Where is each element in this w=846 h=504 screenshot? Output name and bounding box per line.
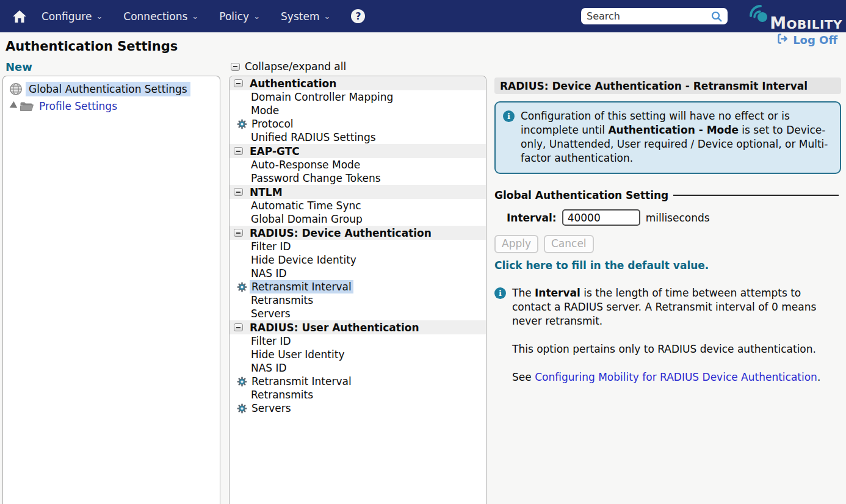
help-text: The Interval is the length of time betwe…	[512, 286, 841, 384]
nav-item-label: System	[281, 10, 319, 23]
collapse-icon[interactable]	[234, 229, 243, 237]
tree-item-label: Profile Settings	[39, 100, 117, 112]
collapse-icon[interactable]	[234, 79, 243, 87]
nav-item-policy[interactable]: Policy⌄	[219, 10, 260, 23]
setting-item-label: Hide Device Identity	[249, 253, 358, 267]
setting-item[interactable]: Retransmits	[230, 388, 486, 401]
notice-text-bold: Authentication - Mode	[608, 124, 739, 136]
collapse-icon[interactable]	[234, 147, 243, 155]
cancel-button[interactable]: Cancel	[544, 235, 594, 253]
search-input[interactable]	[587, 10, 709, 22]
setting-item-label: Mode	[249, 104, 281, 117]
setting-item[interactable]: Retransmit Interval	[230, 280, 486, 293]
setting-item-label: NAS ID	[249, 361, 289, 375]
collapse-expand-all[interactable]: Collapse/expand all	[231, 60, 346, 73]
interval-field-row: Interval: milliseconds	[507, 209, 841, 226]
chevron-down-icon: ⌄	[96, 13, 103, 20]
search-icon[interactable]	[710, 10, 723, 25]
setting-item[interactable]: Mode	[230, 104, 486, 117]
setting-item[interactable]: Retransmits	[230, 293, 486, 307]
setting-item-label: Filter ID	[249, 334, 293, 348]
brand-name: MOBILITY	[770, 13, 842, 32]
mobility-logo: MOBILITY	[745, 1, 842, 33]
setting-item[interactable]: Filter ID	[230, 334, 486, 348]
setting-item[interactable]: Password Change Tokens	[230, 171, 486, 185]
settings-list-panel: Authentication Domain Controller Mapping…	[229, 76, 486, 504]
folder-icon	[20, 101, 34, 112]
documentation-link[interactable]: Configuring Mobility for RADIUS Device A…	[535, 371, 817, 383]
fill-default-link[interactable]: Click here to fill in the default value.	[494, 259, 841, 272]
setting-item[interactable]: NAS ID	[230, 267, 486, 280]
search-box	[581, 8, 728, 24]
interval-input[interactable]	[562, 209, 640, 226]
notice-text: Configuration of this setting will have …	[521, 109, 833, 165]
log-off-label: Log Off	[793, 34, 837, 46]
chevron-down-icon: ⌄	[192, 13, 198, 20]
group-title: Global Authentication Setting	[494, 189, 668, 201]
setting-item[interactable]: Global Domain Group	[230, 212, 486, 226]
setting-item[interactable]: Filter ID	[230, 240, 486, 253]
new-link[interactable]: New	[5, 60, 32, 73]
help-icon[interactable]: ?	[351, 9, 365, 23]
setting-item-label: Protocol	[250, 117, 295, 131]
notice-box: i Configuration of this setting will hav…	[494, 101, 841, 174]
setting-item-label: Filter ID	[249, 240, 293, 253]
tree-item-global-authentication-settings[interactable]: Global Authentication Settings	[3, 81, 220, 98]
collapse-icon[interactable]	[231, 63, 240, 71]
setting-item[interactable]: Servers	[230, 401, 486, 415]
setting-item[interactable]: Automatic Time Sync	[230, 199, 486, 212]
section-title: NTLM	[250, 186, 283, 198]
setting-item-label: NAS ID	[249, 267, 289, 280]
help-paragraph: See Configuring Mobility for RADIUS Devi…	[512, 370, 841, 384]
setting-item[interactable]: Servers	[230, 307, 486, 320]
nav-item-configure[interactable]: Configure⌄	[42, 10, 103, 23]
help-block: i The Interval is the length of time bet…	[494, 286, 841, 384]
section-header: NTLM	[230, 185, 486, 199]
interval-unit: milliseconds	[646, 212, 710, 224]
tree-expander-icon[interactable]	[8, 101, 17, 111]
gear-icon	[237, 119, 247, 129]
setting-item-label: Servers	[250, 401, 293, 415]
help-paragraph: The Interval is the length of time betwe…	[512, 286, 841, 328]
setting-item-label: Retransmit Interval	[250, 375, 353, 388]
section-header: RADIUS: Device Authentication	[230, 226, 486, 240]
help-p3-post: .	[817, 371, 820, 383]
setting-item[interactable]: Hide Device Identity	[230, 253, 486, 267]
setting-item[interactable]: Auto-Response Mode	[230, 158, 486, 171]
nav-item-label: Policy	[219, 10, 249, 23]
tree-item-label: Global Authentication Settings	[26, 82, 190, 96]
gear-icon	[237, 403, 247, 414]
setting-item[interactable]: NAS ID	[230, 361, 486, 375]
section-title: EAP-GTC	[250, 145, 300, 157]
info-icon: i	[503, 110, 515, 122]
setting-item[interactable]: Domain Controller Mapping	[230, 90, 486, 104]
setting-item[interactable]: Protocol	[230, 117, 486, 131]
detail-panel: RADIUS: Device Authentication - Retransm…	[494, 77, 841, 384]
info-icon: i	[494, 287, 506, 299]
setting-item[interactable]: Hide User Identity	[230, 348, 486, 361]
setting-item-label: Domain Controller Mapping	[249, 90, 395, 104]
help-p3-pre: See	[512, 371, 535, 383]
nav-item-connections[interactable]: Connections⌄	[123, 10, 198, 23]
nav-item-system[interactable]: System⌄	[281, 10, 330, 23]
section-header: Authentication	[230, 76, 486, 90]
setting-item-label: Servers	[249, 307, 292, 320]
collapse-icon[interactable]	[234, 323, 243, 331]
tree-item-profile-settings[interactable]: Profile Settings	[3, 98, 220, 115]
group-divider	[673, 195, 839, 196]
setting-item-label: Retransmits	[249, 388, 315, 401]
collapse-expand-all-label: Collapse/expand all	[245, 60, 346, 73]
apply-button[interactable]: Apply	[494, 235, 538, 253]
detail-header: RADIUS: Device Authentication - Retransm…	[494, 77, 841, 94]
setting-item-label: Global Domain Group	[249, 212, 364, 226]
interval-label: Interval:	[507, 212, 557, 224]
nav-menu: Configure⌄Connections⌄Policy⌄System⌄	[42, 10, 351, 23]
setting-item[interactable]: Retransmit Interval	[230, 375, 486, 388]
globe-icon	[9, 82, 23, 96]
help-paragraph: This option pertains only to RADIUS devi…	[512, 342, 841, 356]
collapse-icon[interactable]	[234, 188, 243, 196]
home-icon[interactable]	[12, 10, 27, 23]
top-navbar: Configure⌄Connections⌄Policy⌄System⌄ ?	[0, 0, 846, 32]
setting-item[interactable]: Unified RADIUS Settings	[230, 131, 486, 144]
log-off-button[interactable]: Log Off	[777, 33, 837, 47]
